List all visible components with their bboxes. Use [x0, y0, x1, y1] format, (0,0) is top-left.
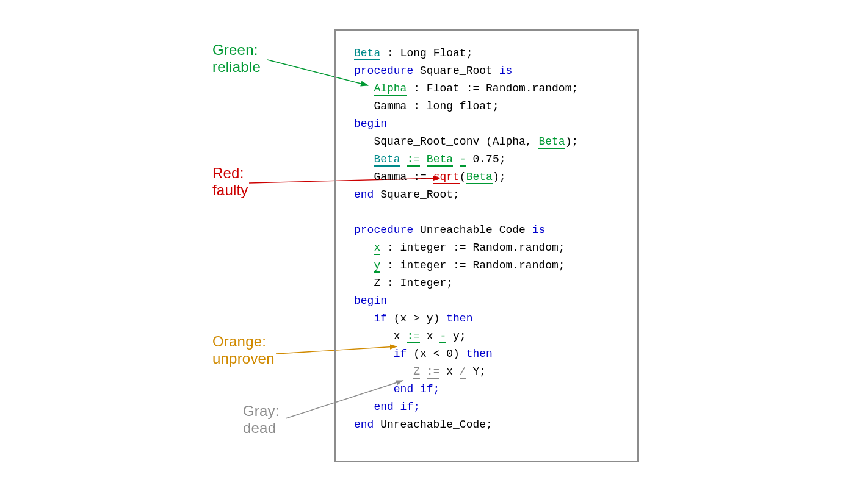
tok-call-beta: Beta	[538, 135, 565, 149]
label-orange-line1: Orange:	[212, 333, 266, 350]
label-gray: Gray: dead	[243, 403, 280, 437]
tok-gamma-beta: Beta	[466, 171, 493, 184]
kw-procedure-1: procedure	[354, 65, 413, 77]
tok-xminus-mid: x	[420, 330, 439, 342]
tok-z-mid: x	[439, 365, 459, 378]
tok-gamma-pre: Gamma :=	[354, 171, 433, 183]
tok-alpha: Alpha	[374, 82, 407, 96]
diagram-stage: Green: reliable Red: faulty Orange: unpr…	[0, 0, 868, 488]
tok-proc1-name: Square_Root	[413, 65, 499, 77]
kw-end-2: end	[354, 418, 374, 431]
tok-xminus-tail: y;	[446, 330, 466, 342]
label-green: Green: reliable	[212, 41, 261, 76]
tok-z-var: Z	[413, 365, 420, 379]
kw-end-1: end	[354, 188, 374, 201]
tok-assign-minus: -	[460, 153, 466, 167]
kw-is-1: is	[499, 65, 513, 77]
tok-proc2-name: Unreachable_Code	[413, 224, 532, 236]
kw-begin-1: begin	[354, 118, 387, 130]
tok-xminus-ce: :=	[407, 330, 420, 343]
kw-if-1: if	[374, 312, 387, 325]
kw-procedure-2: procedure	[354, 224, 413, 236]
kw-is-2: is	[532, 224, 546, 236]
label-red-line2: faulty	[212, 182, 248, 198]
tok-z-ce: :=	[427, 365, 440, 379]
tok-x: x	[374, 242, 380, 255]
tok-y-rest: : integer := Random.random;	[380, 259, 565, 271]
kw-endif-1: end if;	[354, 383, 439, 395]
tok-gamma-decl: Gamma : long_float;	[354, 100, 499, 112]
tok-z-tail: Y;	[466, 365, 486, 378]
sp1	[400, 153, 407, 165]
kw-begin-2: begin	[354, 295, 387, 307]
tok-assign-tail: 0.75;	[466, 153, 506, 165]
tok-xminus-pre: x	[354, 330, 407, 342]
tok-call-pre: Square_Root_conv (Alpha,	[354, 135, 538, 148]
code-listing: Beta : Long_Float; procedure Square_Root…	[354, 45, 625, 434]
kw-then-1: then	[446, 312, 472, 325]
tok-end-proc1: Square_Root;	[374, 188, 459, 201]
tok-xminus-minus: -	[439, 330, 446, 343]
tok-call-post: );	[565, 135, 579, 148]
label-red-line1: Red:	[212, 165, 244, 181]
sp2	[420, 153, 427, 165]
tok-gamma-lpar: (	[460, 171, 466, 183]
label-gray-line1: Gray:	[243, 403, 280, 419]
label-orange-line2: unproven	[212, 350, 275, 367]
tok-y: y	[374, 259, 380, 273]
kw-if-2: if	[394, 348, 407, 360]
tok-assign-beta2: Beta	[427, 153, 453, 167]
tok-z-decl: Z : Integer;	[354, 277, 453, 289]
tok-alpha-rest: : Float := Random.random;	[407, 82, 578, 95]
tok-gamma-rpar: );	[493, 171, 506, 183]
tok-end-proc2: Unreachable_Code;	[374, 418, 492, 431]
tok-x-rest: : integer := Random.random;	[380, 242, 565, 254]
tok-assign-beta1: Beta	[374, 153, 400, 167]
tok-if2-cond: (x < 0)	[407, 348, 466, 360]
sp-z1	[420, 365, 427, 378]
label-green-line1: Green:	[212, 41, 258, 58]
kw-endif-2: end if;	[354, 401, 420, 413]
label-orange: Orange: unproven	[212, 333, 275, 367]
tok-beta-decl-rest: : Long_Float;	[380, 47, 472, 59]
code-box: Beta : Long_Float; procedure Square_Root…	[334, 29, 639, 462]
tok-beta-decl: Beta	[354, 47, 380, 60]
tok-z-div: /	[460, 365, 466, 379]
tok-if1-cond: (x > y)	[387, 312, 446, 325]
label-green-line2: reliable	[212, 59, 261, 75]
tok-assign-ce: :=	[407, 153, 420, 167]
tok-sqrt: sqrt	[433, 171, 460, 184]
kw-then-2: then	[466, 348, 493, 360]
sp3	[453, 153, 460, 165]
label-red: Red: faulty	[212, 165, 248, 199]
label-gray-line2: dead	[243, 420, 276, 436]
